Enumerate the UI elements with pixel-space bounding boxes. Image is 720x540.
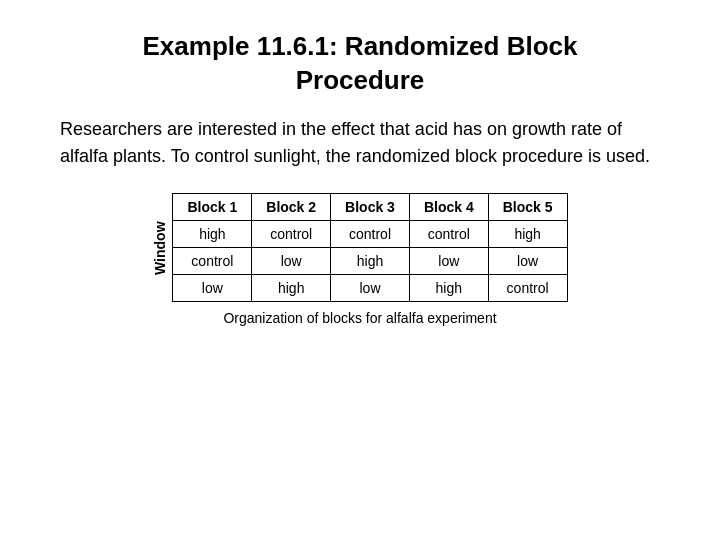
cell-r2-c3: high	[409, 275, 488, 302]
table-wrapper: Window Block 1Block 2Block 3Block 4Block…	[50, 193, 670, 326]
table-row-0: highcontrolcontrolcontrolhigh	[173, 221, 567, 248]
header-col-0: Block 1	[173, 194, 252, 221]
cell-r0-c0: high	[173, 221, 252, 248]
table-container: Window Block 1Block 2Block 3Block 4Block…	[152, 193, 567, 302]
table-row-2: lowhighlowhighcontrol	[173, 275, 567, 302]
cell-r0-c2: control	[331, 221, 410, 248]
table-row-1: controllowhighlowlow	[173, 248, 567, 275]
title-line1: Example 11.6.1: Randomized Block	[143, 31, 578, 61]
cell-r2-c1: high	[252, 275, 331, 302]
cell-r0-c3: control	[409, 221, 488, 248]
cell-r1-c1: low	[252, 248, 331, 275]
description-text: Researchers are interested in the effect…	[50, 116, 670, 172]
title-line2: Procedure	[296, 65, 425, 95]
cell-r2-c2: low	[331, 275, 410, 302]
page: Example 11.6.1: Randomized Block Procedu…	[0, 0, 720, 540]
header-col-3: Block 4	[409, 194, 488, 221]
cell-r0-c4: high	[488, 221, 567, 248]
cell-r0-c1: control	[252, 221, 331, 248]
header-col-1: Block 2	[252, 194, 331, 221]
cell-r2-c0: low	[173, 275, 252, 302]
cell-r2-c4: control	[488, 275, 567, 302]
header-col-2: Block 3	[331, 194, 410, 221]
cell-r1-c4: low	[488, 248, 567, 275]
cell-r1-c3: low	[409, 248, 488, 275]
table-body: highcontrolcontrolcontrolhighcontrollowh…	[173, 221, 567, 302]
header-col-4: Block 5	[488, 194, 567, 221]
cell-r1-c0: control	[173, 248, 252, 275]
table-header-row: Block 1Block 2Block 3Block 4Block 5	[173, 194, 567, 221]
data-table: Block 1Block 2Block 3Block 4Block 5 high…	[172, 193, 567, 302]
table-caption: Organization of blocks for alfalfa exper…	[223, 310, 496, 326]
page-title: Example 11.6.1: Randomized Block Procedu…	[50, 30, 670, 98]
window-label: Window	[152, 198, 168, 298]
cell-r1-c2: high	[331, 248, 410, 275]
